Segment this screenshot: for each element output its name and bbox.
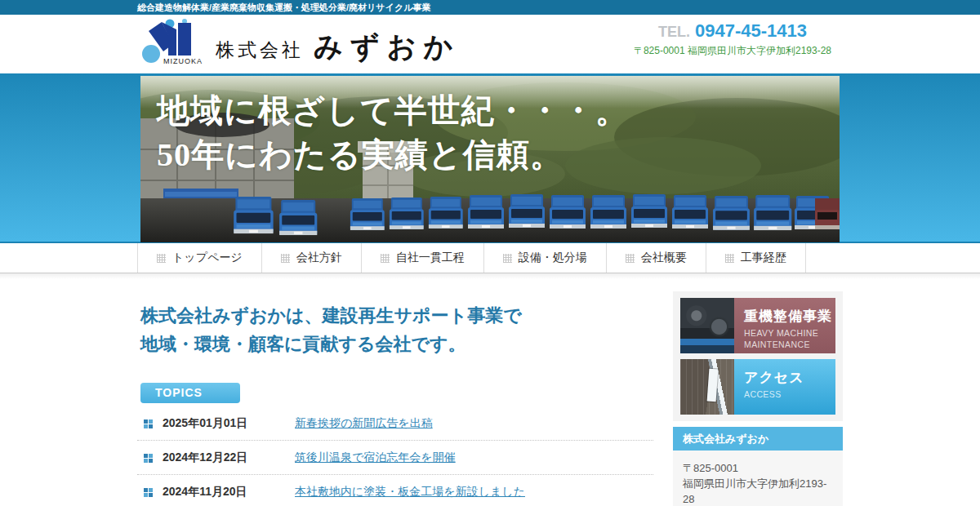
grid-bullet-icon <box>725 254 734 263</box>
hero-line-2: 50年にわたる実績と信頼。 <box>157 133 629 177</box>
topbar-text: 総合建造物解体業/産業廃棄物収集運搬・処理処分業/廃材リサイクル事業 <box>137 0 843 15</box>
company-name: みずおか <box>314 28 460 66</box>
banner-heavy-machine[interactable]: 重機整備事業 HEAVY MACHINE MAINTENANCE <box>680 298 835 353</box>
nav-item-top-page[interactable]: トップページ <box>137 243 262 273</box>
banner-access[interactable]: アクセス ACCESS <box>680 359 835 415</box>
topic-date: 2025年01月01日 <box>163 416 295 431</box>
site-header: MIZUOKA 株式会社 みずおか TEL.0947-45-1413 〒825-… <box>0 15 980 73</box>
grid-bullet-icon <box>503 254 512 263</box>
tel-number: 0947-45-1413 <box>695 20 807 41</box>
square-bullet-icon <box>144 454 153 463</box>
mizuoka-logo-icon: MIZUOKA <box>139 18 207 69</box>
tel-line: TEL.0947-45-1413 <box>634 20 831 42</box>
banner-text: アクセス ACCESS <box>734 359 835 415</box>
nav-item-label: 自社一貫工程 <box>396 251 465 265</box>
company-info-title: 株式会社みずおか <box>673 427 843 451</box>
page-title-line-1: 株式会社みずおかは、建設再生サポート事業で <box>140 305 522 326</box>
banner-subtitle-line: ACCESS <box>744 389 835 401</box>
main-nav: トップページ 会社方針 自社一貫工程 設備・処分場 会社概要 工事経歴 <box>0 243 980 273</box>
hero-line-1: 地域に根ざして半世紀・・・。 <box>157 89 629 133</box>
nav-item-company-overview[interactable]: 会社概要 <box>607 243 706 273</box>
topics-list: 2025年01月01日 新春挨拶の新聞広告を出稿 2024年12月22日 筑後川… <box>137 406 653 506</box>
grid-bullet-icon <box>381 254 390 263</box>
heavy-machine-photo <box>680 298 734 353</box>
main-content: 株式会社みずおかは、建設再生サポート事業で 地域・環境・顧客に貢献する会社です。… <box>137 279 843 506</box>
topic-row: 2024年12月22日 筑後川温泉で宿泊忘年会を開催 <box>137 441 653 475</box>
hero-photo: 地域に根ざして半世紀・・・。 50年にわたる実績と信頼。 <box>140 76 840 242</box>
company-name-block: 株式会社 みずおか <box>216 28 460 66</box>
nav-item-work-history[interactable]: 工事経歴 <box>706 243 806 273</box>
square-bullet-icon <box>144 419 153 428</box>
header-address: 〒825-0001 福岡県田川市大字伊加利2193-28 <box>634 44 831 58</box>
square-bullet-icon <box>144 488 153 497</box>
company-logo[interactable]: MIZUOKA <box>139 18 207 69</box>
svg-text:MIZUOKA: MIZUOKA <box>163 57 203 65</box>
page-title: 株式会社みずおかは、建設再生サポート事業で 地域・環境・顧客に貢献する会社です。 <box>140 301 653 358</box>
nav-item-label: 設備・処分場 <box>519 251 587 265</box>
sidebar: 重機整備事業 HEAVY MACHINE MAINTENANCE アクセス AC… <box>673 291 843 506</box>
topic-link[interactable]: 本社敷地内に塗装・板金工場を新設しました <box>295 485 525 499</box>
hero-catchphrase: 地域に根ざして半世紀・・・。 50年にわたる実績と信頼。 <box>157 89 629 177</box>
banner-subtitle-line: MAINTENANCE <box>744 340 835 351</box>
nav-item-facilities[interactable]: 設備・処分場 <box>484 243 607 273</box>
grid-bullet-icon <box>626 254 635 263</box>
banner-subtitle: HEAVY MACHINE MAINTENANCE <box>744 328 835 350</box>
topic-date: 2024年12月22日 <box>163 451 295 465</box>
banner-subtitle-line: HEAVY MACHINE <box>744 328 835 340</box>
content-column: 株式会社みずおかは、建設再生サポート事業で 地域・環境・顧客に貢献する会社です。… <box>137 291 653 506</box>
nav-item-company-policy[interactable]: 会社方針 <box>262 243 362 273</box>
company-address: 福岡県田川市大字伊加利2193-28 <box>683 477 835 506</box>
topic-link[interactable]: 新春挨拶の新聞広告を出稿 <box>295 416 433 431</box>
nav-item-label: トップページ <box>172 251 243 265</box>
banner-title: アクセス <box>744 368 835 387</box>
grid-bullet-icon <box>281 254 290 263</box>
nav-item-label: 会社概要 <box>641 251 687 265</box>
banner-text: 重機整備事業 HEAVY MACHINE MAINTENANCE <box>734 298 835 353</box>
sidebar-banner-panel: 重機整備事業 HEAVY MACHINE MAINTENANCE アクセス AC… <box>673 291 843 421</box>
grid-bullet-icon <box>157 254 166 263</box>
company-info-box: 株式会社みずおか 〒825-0001 福岡県田川市大字伊加利2193-28 TE… <box>673 427 843 506</box>
company-info-body: 〒825-0001 福岡県田川市大字伊加利2193-28 TEL 0947-45… <box>673 451 843 506</box>
nav-shadow <box>0 273 980 279</box>
topic-link[interactable]: 筑後川温泉で宿泊忘年会を開催 <box>295 451 456 465</box>
banner-subtitle: ACCESS <box>744 389 835 401</box>
page-title-line-2: 地域・環境・顧客に貢献する会社です。 <box>140 334 466 354</box>
banner-title: 重機整備事業 <box>744 307 835 326</box>
nav-item-label: 会社方針 <box>296 251 342 265</box>
topic-row: 2024年11月20日 本社敷地内に塗装・板金工場を新設しました <box>137 475 653 506</box>
topic-date: 2024年11月20日 <box>163 485 295 499</box>
topic-row: 2025年01月01日 新春挨拶の新聞広告を出稿 <box>137 406 653 441</box>
nav-item-label: 工事経歴 <box>741 251 786 265</box>
topbar: 総合建造物解体業/産業廃棄物収集運搬・処理処分業/廃材リサイクル事業 <box>0 0 980 15</box>
nav-item-in-house-process[interactable]: 自社一貫工程 <box>362 243 484 273</box>
company-prefix: 株式会社 <box>216 38 304 63</box>
building-photo <box>680 359 734 415</box>
tel-label: TEL. <box>658 24 690 40</box>
topics-badge: TOPICS <box>140 383 240 403</box>
company-postal: 〒825-0001 <box>683 461 835 477</box>
header-contact: TEL.0947-45-1413 〒825-0001 福岡県田川市大字伊加利21… <box>634 20 831 58</box>
hero-band: 地域に根ざして半世紀・・・。 50年にわたる実績と信頼。 <box>0 73 980 243</box>
